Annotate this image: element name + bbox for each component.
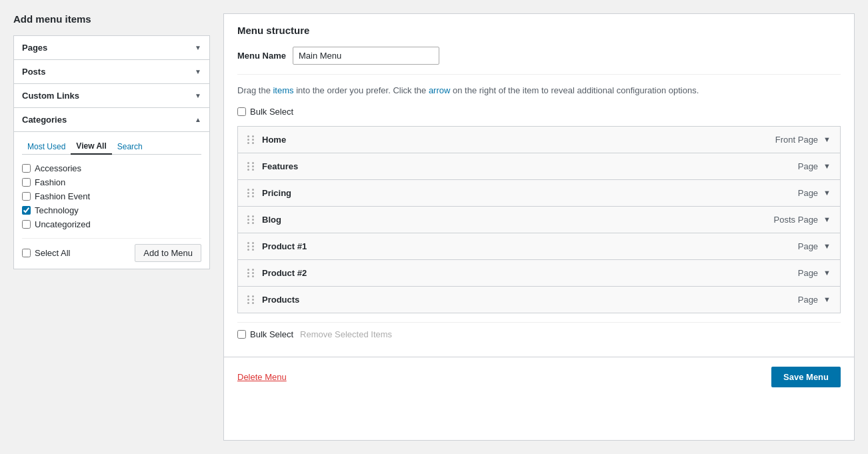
expand-item-chevron-icon[interactable]: ▼ <box>823 242 831 250</box>
menu-item: Blog Posts Page ▼ <box>237 206 841 233</box>
fashion-event-label[interactable]: Fashion Event <box>35 191 90 201</box>
fashion-event-checkbox[interactable] <box>22 192 31 201</box>
drag-items-link[interactable]: items <box>273 85 293 95</box>
uncategorized-label[interactable]: Uncategorized <box>35 219 91 229</box>
list-item: Technology <box>22 203 201 217</box>
categories-body: Most Used View All Search Accessories Fa… <box>14 131 209 269</box>
menu-item-name: Features <box>262 161 298 171</box>
arrow-link[interactable]: arrow <box>429 85 451 95</box>
drag-handle-icon[interactable] <box>247 242 255 251</box>
pages-label: Pages <box>22 43 47 53</box>
menu-item-right: Posts Page ▼ <box>774 215 831 225</box>
save-menu-button[interactable]: Save Menu <box>771 367 841 387</box>
add-to-menu-button[interactable]: Add to Menu <box>135 244 201 262</box>
top-bulk-select-row: Bulk Select <box>237 107 841 117</box>
menu-item-name: Pricing <box>262 188 291 198</box>
bottom-bulk-select-label[interactable]: Bulk Select <box>237 329 293 339</box>
expand-item-chevron-icon[interactable]: ▼ <box>823 162 831 170</box>
pages-accordion-header[interactable]: Pages ▼ <box>14 36 209 59</box>
menu-item-name: Product #1 <box>262 241 307 251</box>
fashion-checkbox[interactable] <box>22 178 31 187</box>
menu-item-left: Products <box>247 295 299 305</box>
top-bulk-select-checkbox[interactable] <box>237 107 246 116</box>
menu-item-right: Page ▼ <box>798 161 831 171</box>
uncategorized-checkbox[interactable] <box>22 220 31 229</box>
tab-most-used[interactable]: Most Used <box>22 139 71 154</box>
right-panel-inner: Menu structure Menu Name Drag the items … <box>224 14 854 357</box>
custom-links-accordion-header[interactable]: Custom Links ▼ <box>14 84 209 107</box>
left-panel-title: Add menu items <box>13 13 210 25</box>
categories-label: Categories <box>22 115 67 125</box>
drag-handle-icon[interactable] <box>247 162 255 171</box>
menu-item-type: Page <box>798 241 818 251</box>
menu-item: Pricing Page ▼ <box>237 179 841 207</box>
menu-item-name: Home <box>262 135 286 145</box>
category-list: Accessories Fashion Fashion Event Techno… <box>22 161 201 231</box>
menu-items-list: Home Front Page ▼ Features Page ▼ <box>237 126 841 313</box>
menu-item-right: Page ▼ <box>798 268 831 278</box>
technology-label[interactable]: Technology <box>35 205 79 215</box>
top-bulk-select-label[interactable]: Bulk Select <box>237 107 293 117</box>
right-panel: Menu structure Menu Name Drag the items … <box>223 13 855 441</box>
menu-item-type: Front Page <box>775 135 818 145</box>
categories-tabs: Most Used View All Search <box>22 139 201 155</box>
menu-name-row: Menu Name <box>237 47 841 75</box>
drag-handle-icon[interactable] <box>247 215 255 224</box>
drag-handle-icon[interactable] <box>247 189 255 197</box>
menu-item-type: Page <box>798 268 818 278</box>
menu-item: Home Front Page ▼ <box>237 126 841 153</box>
drag-handle-icon[interactable] <box>247 295 255 304</box>
menu-item: Product #2 Page ▼ <box>237 259 841 287</box>
menu-item-right: Page ▼ <box>798 188 831 198</box>
expand-item-chevron-icon[interactable]: ▼ <box>823 189 831 197</box>
menu-item: Product #1 Page ▼ <box>237 233 841 260</box>
menu-item-type: Posts Page <box>774 215 819 225</box>
menu-item-name: Products <box>262 295 299 305</box>
accessories-label[interactable]: Accessories <box>35 163 81 173</box>
menu-item-name: Blog <box>262 215 281 225</box>
expand-item-chevron-icon[interactable]: ▼ <box>823 295 831 303</box>
posts-accordion-header[interactable]: Posts ▼ <box>14 60 209 83</box>
expand-item-chevron-icon[interactable]: ▼ <box>823 135 831 143</box>
remove-selected-link[interactable]: Remove Selected Items <box>300 329 392 339</box>
footer-row: Delete Menu Save Menu <box>224 357 854 397</box>
fashion-label[interactable]: Fashion <box>35 177 65 187</box>
menu-name-input[interactable] <box>293 47 439 65</box>
categories-accordion-header[interactable]: Categories ▲ <box>14 108 209 131</box>
list-item: Fashion Event <box>22 189 201 203</box>
bottom-bulk-select-checkbox[interactable] <box>237 330 246 339</box>
expand-item-chevron-icon[interactable]: ▼ <box>823 269 831 277</box>
menu-name-label: Menu Name <box>237 51 286 61</box>
drag-handle-icon[interactable] <box>247 135 255 144</box>
menu-item-right: Page ▼ <box>798 295 831 305</box>
bottom-bulk-row: Bulk Select Remove Selected Items <box>237 322 841 346</box>
menu-structure-title: Menu structure <box>237 25 841 36</box>
menu-item-type: Page <box>798 295 818 305</box>
menu-item-left: Product #2 <box>247 268 307 278</box>
custom-links-chevron-icon: ▼ <box>195 92 201 99</box>
posts-chevron-icon: ▼ <box>195 68 201 75</box>
menu-item-type: Page <box>798 188 818 198</box>
tab-view-all[interactable]: View All <box>71 139 111 155</box>
menu-item: Features Page ▼ <box>237 153 841 180</box>
tab-search[interactable]: Search <box>112 139 148 154</box>
menu-item-left: Blog <box>247 215 281 225</box>
select-all-checkbox[interactable] <box>22 249 31 257</box>
menu-item-left: Features <box>247 161 298 171</box>
delete-menu-button[interactable]: Delete Menu <box>237 372 287 382</box>
menu-item-left: Product #1 <box>247 241 307 251</box>
expand-item-chevron-icon[interactable]: ▼ <box>823 215 831 223</box>
technology-checkbox[interactable] <box>22 206 31 215</box>
categories-footer: Select All Add to Menu <box>22 238 201 262</box>
list-item: Fashion <box>22 175 201 189</box>
drag-handle-icon[interactable] <box>247 269 255 277</box>
accessories-checkbox[interactable] <box>22 164 31 173</box>
select-all-label[interactable]: Select All <box>22 248 70 258</box>
menu-item-name: Product #2 <box>262 268 307 278</box>
menu-item-left: Home <box>247 135 286 145</box>
left-panel: Add menu items Pages ▼ Posts ▼ Custom Li… <box>13 13 210 441</box>
menu-item-right: Page ▼ <box>798 241 831 251</box>
instruction-text: Drag the items into the order you prefer… <box>237 84 841 97</box>
menu-item-left: Pricing <box>247 188 291 198</box>
menu-item: Products Page ▼ <box>237 286 841 313</box>
